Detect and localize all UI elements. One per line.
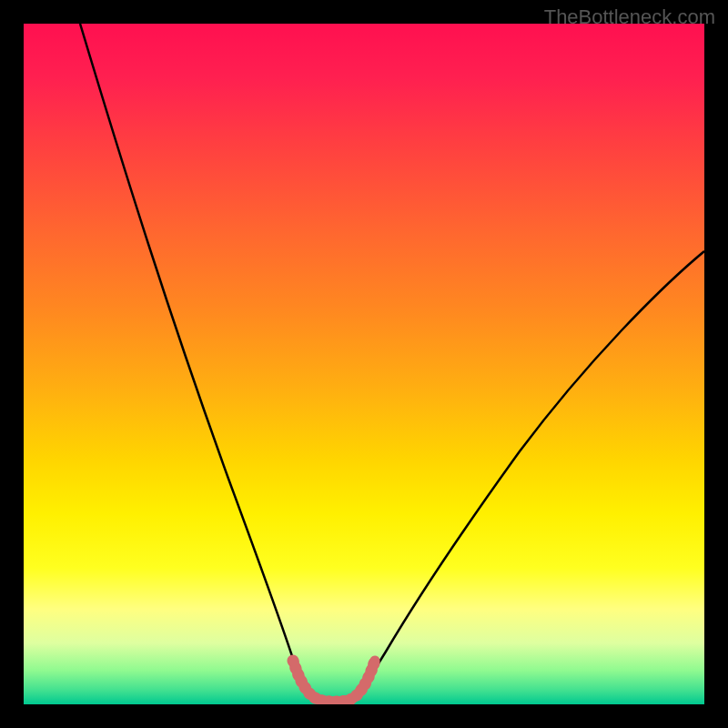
watermark-text: TheBottleneck.com bbox=[544, 5, 715, 29]
bottom-segment-fill bbox=[293, 661, 375, 702]
left-curve bbox=[80, 24, 313, 699]
right-curve bbox=[356, 251, 704, 699]
chart-curves bbox=[24, 24, 704, 704]
